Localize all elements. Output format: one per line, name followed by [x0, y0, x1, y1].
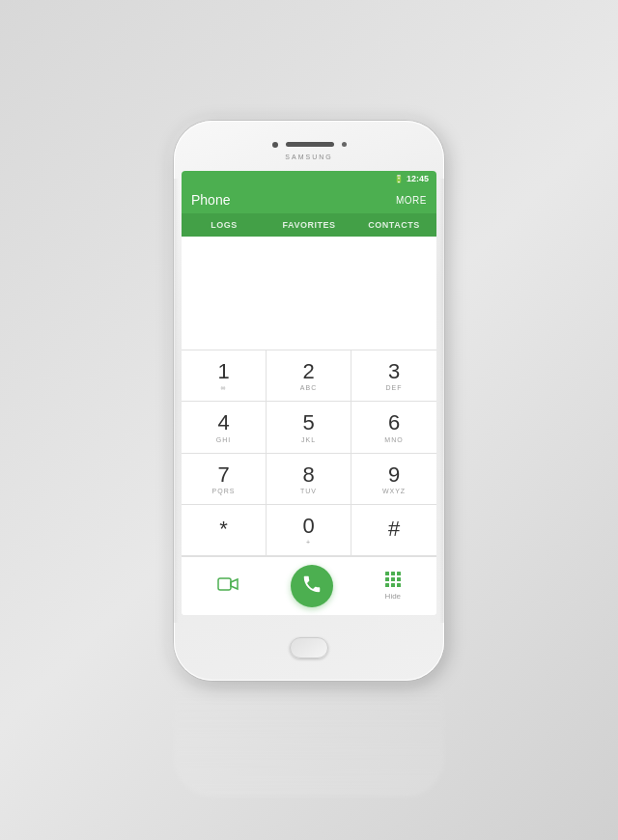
app-bar: Phone MORE: [182, 186, 436, 213]
status-time: 12:45: [407, 174, 429, 183]
video-call-icon: [217, 577, 239, 595]
tab-favorites[interactable]: FAVORITES: [267, 213, 351, 237]
dial-key-star[interactable]: *: [182, 505, 267, 556]
svg-rect-4: [385, 577, 389, 581]
dial-key-2[interactable]: 2 ABC: [267, 350, 351, 402]
dial-key-7-number: 7: [217, 463, 229, 487]
screen: 🔋 12:45 Phone MORE LOGS FAVORITES CONTAC…: [182, 171, 436, 615]
svg-rect-9: [397, 583, 401, 587]
dial-key-9-letters: WXYZ: [382, 488, 406, 494]
svg-rect-2: [391, 572, 395, 575]
svg-rect-8: [391, 583, 395, 587]
dial-key-7-letters: PQRS: [212, 488, 236, 494]
dial-key-9-number: 9: [388, 463, 400, 487]
phone-frame: SAMSUNG 🔋 12:45 Phone MORE LOGS FAVORITE…: [174, 121, 444, 681]
dial-key-6[interactable]: 6 MNO: [351, 402, 436, 453]
dial-key-6-letters: MNO: [384, 436, 403, 443]
dial-key-2-letters: ABC: [300, 384, 317, 391]
dial-key-star-number: *: [219, 518, 228, 541]
svg-rect-1: [385, 572, 389, 575]
earpiece-speaker: [286, 142, 334, 147]
grid-icon: [385, 572, 401, 590]
tabs-bar: LOGS FAVORITES CONTACTS: [182, 213, 436, 237]
dial-key-4[interactable]: 4 GHI: [182, 402, 267, 453]
dial-key-9[interactable]: 9 WXYZ: [351, 454, 436, 505]
dial-key-3[interactable]: 3 DEF: [351, 350, 436, 402]
dial-key-4-letters: GHI: [216, 436, 231, 443]
bottom-hardware: [174, 615, 444, 681]
dial-key-1-number: 1: [217, 360, 229, 383]
dial-key-0-number: 0: [302, 515, 314, 538]
svg-rect-3: [397, 572, 401, 575]
phone-call-icon: [301, 574, 323, 600]
dial-key-4-number: 4: [217, 411, 229, 434]
front-camera-dot: [272, 142, 278, 148]
svg-rect-7: [385, 583, 389, 587]
svg-rect-5: [391, 577, 395, 581]
camera-area: [272, 142, 347, 148]
dial-key-hash-number: #: [388, 518, 400, 541]
tab-logs[interactable]: LOGS: [182, 213, 267, 237]
top-hardware: SAMSUNG: [174, 121, 444, 171]
dial-key-7[interactable]: 7 PQRS: [182, 454, 267, 505]
dialer-display: [182, 237, 436, 350]
hide-dialpad-button[interactable]: Hide: [385, 572, 401, 601]
dial-key-1[interactable]: 1 ∞: [182, 350, 267, 402]
keypad-area: 1 ∞ 2 ABC 3 DEF 4 GHI: [182, 350, 436, 615]
action-bar: Hide: [182, 556, 436, 615]
brand-label: SAMSUNG: [285, 154, 332, 160]
dial-key-3-number: 3: [388, 360, 400, 383]
dial-key-1-letters: ∞: [221, 384, 227, 391]
sensor-dot: [342, 142, 347, 147]
dial-key-5-letters: JKL: [301, 436, 316, 443]
svg-rect-6: [397, 577, 401, 581]
dial-key-0[interactable]: 0 +: [267, 505, 351, 556]
call-button[interactable]: [291, 565, 333, 607]
more-button[interactable]: MORE: [396, 195, 427, 206]
dialpad: 1 ∞ 2 ABC 3 DEF 4 GHI: [182, 350, 436, 556]
video-call-button[interactable]: [217, 577, 239, 595]
phone-device: SAMSUNG 🔋 12:45 Phone MORE LOGS FAVORITE…: [164, 121, 454, 719]
dial-key-8-letters: TUV: [300, 488, 317, 494]
home-button[interactable]: [290, 637, 328, 658]
dial-key-8-number: 8: [302, 463, 314, 487]
dial-key-8[interactable]: 8 TUV: [267, 454, 351, 505]
dial-key-2-number: 2: [302, 360, 314, 383]
app-title: Phone: [191, 192, 230, 208]
phone-reflection: [174, 681, 444, 797]
dial-key-5[interactable]: 5 JKL: [267, 402, 351, 453]
dial-key-5-number: 5: [302, 411, 314, 434]
battery-icon: 🔋: [394, 175, 404, 183]
status-bar: 🔋 12:45: [182, 171, 436, 186]
dial-key-0-letters: +: [306, 539, 311, 546]
hide-label: Hide: [385, 592, 401, 601]
tab-contacts[interactable]: CONTACTS: [351, 213, 436, 237]
dial-key-hash[interactable]: #: [351, 505, 436, 556]
svg-rect-0: [218, 578, 231, 590]
dial-key-3-letters: DEF: [386, 384, 403, 391]
dial-key-6-number: 6: [388, 411, 400, 434]
